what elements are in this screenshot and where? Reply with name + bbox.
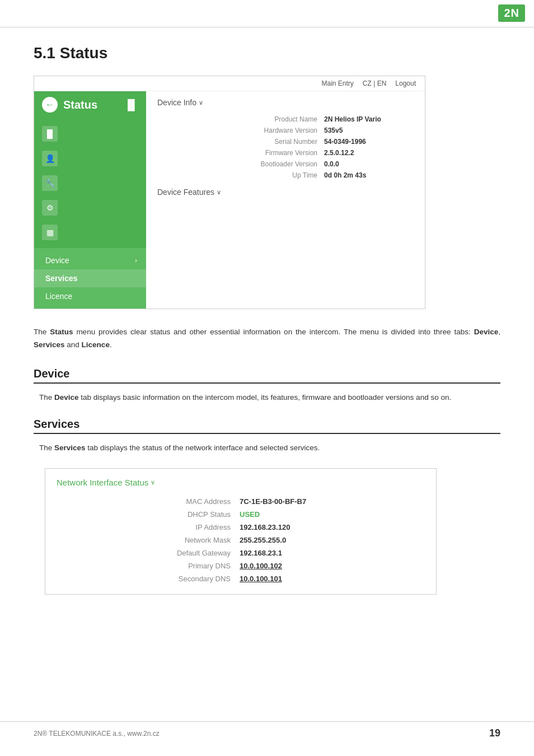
- table-row: Network Mask 255.255.255.0: [57, 534, 425, 547]
- table-row: MAC Address 7C-1E-B3-00-BF-B7: [57, 495, 425, 508]
- section-desc-services: The Services tab displays the status of …: [34, 442, 500, 455]
- table-row: Default Gateway 192.168.23.1: [57, 547, 425, 559]
- device-features-header[interactable]: Device Features ∨: [157, 188, 414, 197]
- ui-nav-bar: Main Entry CZ | EN Logout: [34, 76, 425, 91]
- network-interface-title[interactable]: Network Interface Status ∨: [57, 478, 425, 487]
- nav-lang[interactable]: CZ | EN: [363, 80, 386, 87]
- device-info-header[interactable]: Device Info ∨: [157, 98, 414, 107]
- sidebar-icon-row-chart[interactable]: ▐▌: [34, 122, 146, 146]
- table-row: DHCP Status USED: [57, 508, 425, 521]
- table-row: Up Time 0d 0h 2m 43s: [157, 170, 414, 181]
- page-title: 5.1 Status: [34, 44, 500, 62]
- footer-page-number: 19: [489, 727, 500, 739]
- chevron-down-icon: ∨: [199, 99, 203, 106]
- table-row: Hardware Version 535v5: [157, 125, 414, 136]
- table-row: IP Address 192.168.23.120: [57, 521, 425, 534]
- table-row: Product Name 2N Helios IP Vario: [157, 114, 414, 125]
- table-row: Secondary DNS 10.0.100.101: [57, 572, 425, 585]
- table-row: Serial Number 54-0349-1996: [157, 136, 414, 147]
- chart-icon: ▐▌: [124, 99, 138, 111]
- footer: 2N® TELEKOMUNIKACE a.s., www.2n.cz 19: [0, 721, 534, 745]
- sidebar-icon-row-settings[interactable]: ⚙: [34, 195, 146, 220]
- description-paragraph: The Status menu provides clear status an…: [34, 326, 500, 352]
- sidebar-item-device[interactable]: Device ›: [34, 251, 146, 269]
- user-icon: 👤: [42, 151, 58, 166]
- device-info-table: Product Name 2N Helios IP Vario Hardware…: [157, 114, 414, 181]
- back-button[interactable]: ←: [42, 97, 58, 113]
- sidebar-icon-row-grid[interactable]: ▦: [34, 220, 146, 245]
- sidebar-item-services[interactable]: Services: [34, 269, 146, 287]
- section-desc-device: The Device tab displays basic informatio…: [34, 391, 500, 404]
- ui-body: ← Status ▐▌ ▐▌ 👤 🔧 ⚙: [34, 91, 425, 309]
- sidebar-menu: Device › Services Licence: [34, 248, 146, 309]
- section-heading-services: Services: [34, 418, 500, 434]
- ui-screenshot: Main Entry CZ | EN Logout ← Status ▐▌ ▐▌: [34, 76, 425, 309]
- section-heading-device: Device: [34, 367, 500, 384]
- content-panel: Device Info ∨ Product Name 2N Helios IP …: [146, 91, 425, 309]
- chevron-right-icon: ›: [135, 256, 137, 264]
- chevron-down-icon: ∨: [217, 189, 221, 196]
- stats-icon: ▐▌: [42, 126, 58, 142]
- footer-company: 2N® TELEKOMUNIKACE a.s., www.2n.cz: [34, 730, 160, 738]
- table-row: Firmware Version 2.5.0.12.2: [157, 147, 414, 158]
- table-row: Primary DNS 10.0.100.102: [57, 559, 425, 572]
- sidebar-item-licence[interactable]: Licence: [34, 287, 146, 305]
- sidebar: ← Status ▐▌ ▐▌ 👤 🔧 ⚙: [34, 91, 146, 309]
- chevron-down-icon: ∨: [151, 479, 155, 486]
- grid-icon: ▦: [42, 225, 58, 240]
- logo: 2N: [498, 4, 525, 22]
- nav-logout[interactable]: Logout: [395, 80, 416, 87]
- sidebar-icon-row-tools[interactable]: 🔧: [34, 171, 146, 195]
- gear-icon: ⚙: [42, 200, 58, 216]
- sidebar-icon-row-user[interactable]: 👤: [34, 146, 146, 171]
- network-interface-box: Network Interface Status ∨ MAC Address 7…: [45, 468, 437, 595]
- sidebar-header: ← Status ▐▌: [34, 91, 146, 118]
- nav-main-entry[interactable]: Main Entry: [321, 80, 353, 87]
- sidebar-icons: ▐▌ 👤 🔧 ⚙ ▦: [34, 118, 146, 248]
- tools-icon: 🔧: [42, 175, 58, 191]
- sidebar-title: Status: [63, 99, 97, 111]
- table-row: Bootloader Version 0.0.0: [157, 158, 414, 170]
